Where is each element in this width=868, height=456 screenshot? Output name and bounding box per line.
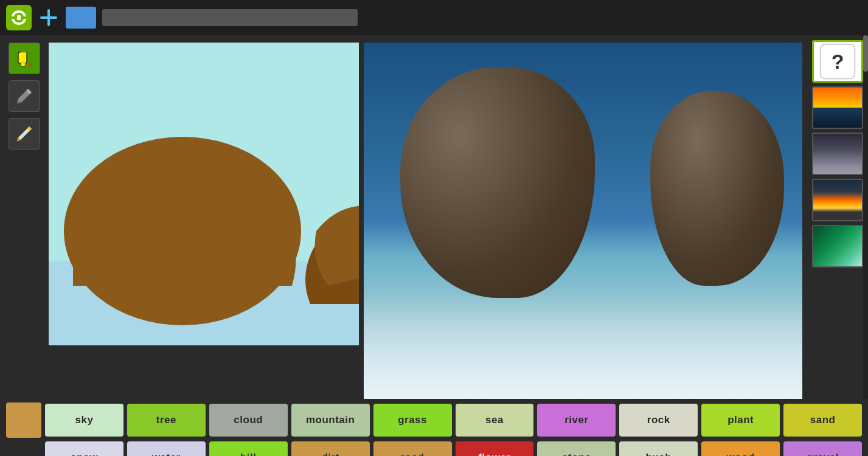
reference-image: [364, 43, 802, 399]
label-dirt[interactable]: dirt: [291, 441, 370, 456]
wave-thumb[interactable]: [812, 225, 863, 268]
label-sky[interactable]: sky: [45, 404, 123, 437]
label-plant[interactable]: plant: [701, 404, 780, 437]
label-snow[interactable]: snow: [45, 441, 123, 456]
svg-text:?: ?: [832, 50, 844, 73]
scene-background: [364, 43, 802, 399]
label-river[interactable]: river: [537, 404, 616, 437]
progress-bar: [102, 9, 358, 26]
svg-rect-0: [17, 15, 21, 20]
nvidia-logo: [6, 5, 32, 30]
main-area: ?: [0, 35, 868, 399]
label-cloud[interactable]: cloud: [209, 404, 288, 437]
label-road[interactable]: road: [373, 441, 452, 456]
palette-row-1: sky tree cloud mountain grass sea river …: [6, 402, 862, 438]
scrollbar-track[interactable]: [863, 35, 868, 399]
label-gravel[interactable]: gravel: [783, 441, 862, 456]
scene-rock-left: [400, 67, 595, 298]
label-flower[interactable]: flower: [456, 441, 534, 456]
label-stone[interactable]: stone: [537, 441, 616, 456]
scrollbar-thumb[interactable]: [863, 35, 868, 72]
scene-rock-right: [650, 91, 784, 286]
label-sea[interactable]: sea: [456, 404, 534, 437]
label-tree[interactable]: tree: [127, 404, 206, 437]
label-sand[interactable]: sand: [783, 404, 862, 437]
brush-tool[interactable]: [9, 80, 40, 112]
label-grass[interactable]: grass: [373, 404, 452, 437]
label-rock[interactable]: rock: [619, 404, 698, 437]
add-button[interactable]: [38, 7, 60, 29]
label-water[interactable]: water: [127, 441, 206, 456]
sunset-thumb[interactable]: [812, 86, 863, 129]
canvas-svg: [49, 43, 359, 345]
label-bush[interactable]: bush: [619, 441, 698, 456]
paint-bucket-tool[interactable]: [9, 43, 40, 74]
sunset2-thumb[interactable]: [812, 179, 863, 221]
selected-color-swatch[interactable]: [6, 402, 41, 438]
bottom-palette: sky tree cloud mountain grass sea river …: [0, 399, 868, 456]
right-sidebar: ?: [807, 35, 868, 399]
label-mountain[interactable]: mountain: [291, 404, 370, 437]
palette-row-2: snow water hill dirt road flower stone b…: [6, 441, 862, 456]
top-bar: [0, 0, 868, 35]
left-toolbar: [0, 35, 49, 399]
color-swatch[interactable]: [66, 7, 96, 29]
svg-rect-3: [18, 52, 27, 63]
label-hill[interactable]: hill: [209, 441, 288, 456]
clouds-thumb[interactable]: [812, 133, 863, 175]
pencil-tool[interactable]: [9, 118, 40, 150]
drawing-canvas[interactable]: [49, 43, 359, 345]
svg-point-5: [29, 63, 32, 66]
row2-spacer: [6, 441, 41, 456]
label-wood[interactable]: wood: [701, 441, 780, 456]
random-thumb[interactable]: ?: [812, 40, 863, 83]
